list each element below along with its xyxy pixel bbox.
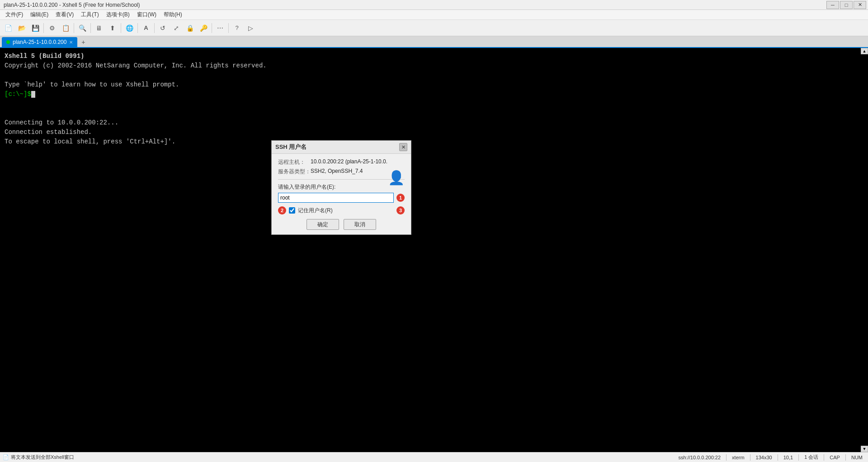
toolbar-copy-btn[interactable]: 📋 xyxy=(59,22,72,34)
status-sep-5 xyxy=(824,454,824,461)
status-sep-3 xyxy=(778,454,778,461)
num-status: NUM xyxy=(849,455,864,460)
terminal-size-status: 134x30 xyxy=(754,455,774,460)
toolbar-sep-7 xyxy=(212,23,212,33)
toolbar-save-btn[interactable]: 💾 xyxy=(29,22,42,34)
terminal-line-2: Copyright (c) 2002-2016 NetSarang Comput… xyxy=(5,61,863,71)
scroll-up-button[interactable]: ▲ xyxy=(861,48,868,54)
toolbar-font-btn[interactable]: A xyxy=(140,22,152,34)
tab-bar: planA-25-1-10.0.0.200 ✕ + xyxy=(0,36,868,48)
toolbar-refresh-btn[interactable]: ↺ xyxy=(156,22,169,34)
toolbar-sep-3 xyxy=(90,23,91,33)
username-input[interactable] xyxy=(278,193,394,203)
minimize-button[interactable]: ─ xyxy=(826,1,839,9)
username-label: 请输入登录的用户名(E): xyxy=(278,183,405,191)
dialog-titlebar: SSH 用户名 ✕ xyxy=(272,141,411,154)
restore-button[interactable]: □ xyxy=(840,1,853,9)
toolbar-open-btn[interactable]: 📂 xyxy=(15,22,28,34)
terminal-cursor xyxy=(31,91,35,98)
status-file-icon: 📄 xyxy=(3,454,9,460)
menu-window[interactable]: 窗口(W) xyxy=(133,10,160,19)
terminal-line-9: Connection established. xyxy=(5,128,863,137)
toolbar-sep-8 xyxy=(228,23,229,33)
terminal-type-status: xterm xyxy=(730,455,746,460)
terminal-line-3 xyxy=(5,71,863,80)
remember-username-label[interactable]: 记住用户名(R) xyxy=(298,207,333,214)
remember-checkbox-row: 2 记住用户名(R) 3 xyxy=(278,206,405,214)
toolbar-sep-2 xyxy=(74,23,74,33)
title-bar: planA-25-1-10.0.0.200 - Xshell 5 (Free f… xyxy=(0,0,868,10)
toolbar-sep-4 xyxy=(121,23,121,33)
toolbar-connect-btn[interactable]: 🖥 xyxy=(93,22,105,34)
dialog-title: SSH 用户名 xyxy=(275,143,307,151)
dialog-avatar: 👤 xyxy=(388,171,405,185)
ssh-dialog: SSH 用户名 ✕ 👤 远程主机： 10.0.0.200:22 (planA-2… xyxy=(271,140,411,235)
toolbar-sep-6 xyxy=(154,23,155,33)
badge-1: 1 xyxy=(396,194,405,202)
cancel-button[interactable]: 取消 xyxy=(344,219,376,230)
toolbar-new-btn[interactable]: 📄 xyxy=(2,22,14,34)
session-tab[interactable]: planA-25-1-10.0.0.200 ✕ xyxy=(2,37,77,47)
title-controls: ─ □ ✕ xyxy=(826,1,866,9)
badge-3: 3 xyxy=(396,206,405,214)
close-button[interactable]: ✕ xyxy=(854,1,866,9)
status-sep-6 xyxy=(845,454,846,461)
dialog-button-row: 确定 取消 xyxy=(278,219,405,230)
toolbar-globe-btn[interactable]: 🌐 xyxy=(123,22,136,34)
toolbar-find-btn[interactable]: 🔍 xyxy=(76,22,89,34)
status-sep-4 xyxy=(798,454,799,461)
toolbar-sep-5 xyxy=(137,23,138,33)
ok-button[interactable]: 确定 xyxy=(307,219,339,230)
toolbar-more-btn[interactable]: ⋯ xyxy=(214,22,226,34)
badge-2: 2 xyxy=(278,206,286,214)
status-right: ssh://10.0.0.200:22 xterm 134x30 10,1 1 … xyxy=(673,454,868,461)
status-sep-1 xyxy=(726,454,726,461)
terminal-line-7 xyxy=(5,109,863,118)
toolbar-properties-btn[interactable]: ⚙ xyxy=(46,22,58,34)
dialog-body: 👤 远程主机： 10.0.0.200:22 (planA-25-1-10.0. … xyxy=(272,154,411,234)
server-type-row: 服务器类型： SSH2, OpenSSH_7.4 xyxy=(278,168,405,176)
toolbar-transfer-btn[interactable]: ⬆ xyxy=(106,22,119,34)
toolbar-resize-btn[interactable]: ⤢ xyxy=(170,22,183,34)
status-send-text: 将文本发送到全部Xshell窗口 xyxy=(11,454,74,461)
server-type-label: 服务器类型： xyxy=(278,168,311,176)
terminal-line-1: Xshell 5 (Build 0991) xyxy=(5,52,863,61)
remote-host-value: 10.0.0.200:22 (planA-25-1-10.0. xyxy=(311,158,387,165)
server-type-value: SSH2, OpenSSH_7.4 xyxy=(311,168,363,174)
toolbar-key-btn[interactable]: 🔑 xyxy=(197,22,210,34)
dialog-separator xyxy=(278,179,405,180)
tab-close-btn[interactable]: ✕ xyxy=(69,40,73,45)
toolbar-script-btn[interactable]: ▷ xyxy=(244,22,257,34)
status-bar: 📄 将文本发送到全部Xshell窗口 ssh://10.0.0.200:22 x… xyxy=(0,452,868,462)
scroll-down-button[interactable]: ▼ xyxy=(861,446,868,452)
dialog-close-button[interactable]: ✕ xyxy=(399,143,407,151)
cursor-position-status: 10,1 xyxy=(782,455,795,460)
status-left: 📄 将文本发送到全部Xshell窗口 xyxy=(0,454,673,461)
menu-view[interactable]: 查看(V) xyxy=(52,10,77,19)
session-count-status: 1 会话 xyxy=(802,454,820,461)
tab-status-dot xyxy=(6,40,10,44)
add-tab-button[interactable]: + xyxy=(78,37,88,47)
window-title: planA-25-1-10.0.0.200 - Xshell 5 (Free f… xyxy=(2,2,140,8)
remember-username-checkbox[interactable] xyxy=(289,207,295,214)
terminal-line-8: Connecting to 10.0.0.200:22... xyxy=(5,118,863,128)
menu-options[interactable]: 选项卡(B) xyxy=(103,10,133,19)
terminal-prompt: [c:\~]$ xyxy=(5,90,31,98)
menu-edit[interactable]: 编辑(E) xyxy=(27,10,52,19)
menu-file[interactable]: 文件(F) xyxy=(2,10,27,19)
menu-bar: 文件(F) 编辑(E) 查看(V) 工具(T) 选项卡(B) 窗口(W) 帮助(… xyxy=(0,10,868,20)
cap-status: CAP xyxy=(828,455,842,460)
toolbar-lock-btn[interactable]: 🔒 xyxy=(184,22,196,34)
terminal-line-10: To escape to local shell, press 'Ctrl+Al… xyxy=(5,137,863,147)
remote-host-label: 远程主机： xyxy=(278,158,311,166)
menu-help[interactable]: 帮助(H) xyxy=(160,10,186,19)
status-sep-2 xyxy=(750,454,750,461)
terminal-line-5: [c:\~]$ xyxy=(5,90,863,99)
menu-tools[interactable]: 工具(T) xyxy=(77,10,102,19)
user-avatar-icon: 👤 xyxy=(388,170,405,185)
terminal-area[interactable]: Xshell 5 (Build 0991) Copyright (c) 2002… xyxy=(0,48,868,452)
terminal-line-4: Type `help' to learn how to use Xshell p… xyxy=(5,80,863,90)
remote-host-row: 远程主机： 10.0.0.200:22 (planA-25-1-10.0. xyxy=(278,158,405,166)
toolbar-help-btn[interactable]: ? xyxy=(231,22,243,34)
username-input-row: 1 xyxy=(278,193,405,203)
